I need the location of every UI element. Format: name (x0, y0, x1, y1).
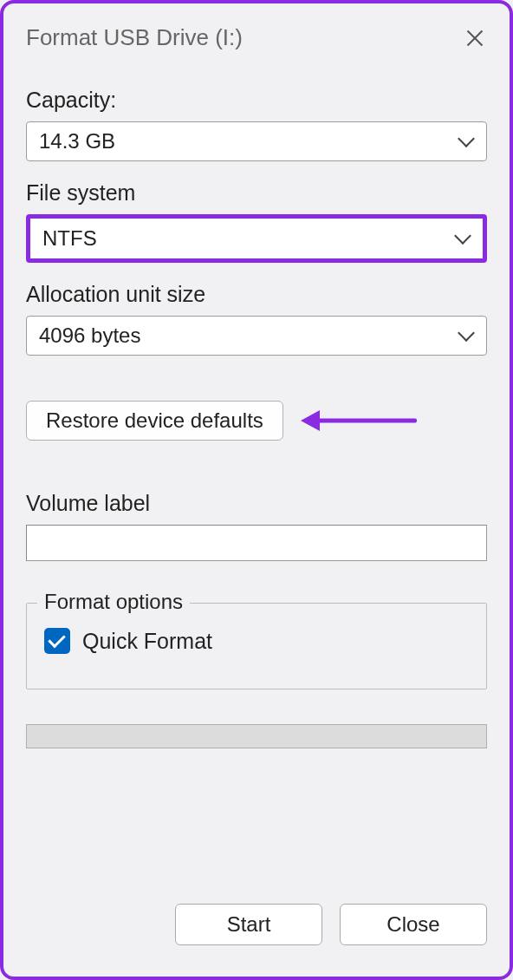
capacity-label: Capacity: (26, 88, 487, 113)
allocation-value: 4096 bytes (39, 323, 140, 348)
restore-defaults-button[interactable]: Restore device defaults (26, 401, 283, 441)
filesystem-label: File system (26, 180, 487, 206)
titlebar: Format USB Drive (I:) (26, 17, 487, 69)
capacity-value: 14.3 GB (39, 129, 115, 154)
allocation-label: Allocation unit size (26, 282, 487, 307)
filesystem-field: File system NTFS (26, 180, 487, 263)
progress-bar (26, 724, 487, 748)
quick-format-label: Quick Format (82, 629, 212, 654)
checkbox-checked-icon (44, 628, 70, 654)
filesystem-value: NTFS (42, 226, 97, 251)
volume-label-input[interactable] (26, 525, 487, 561)
volume-label: Volume label (26, 491, 487, 516)
close-icon[interactable] (463, 26, 487, 50)
allocation-select[interactable]: 4096 bytes (26, 316, 487, 356)
volume-field: Volume label (26, 491, 487, 561)
filesystem-select[interactable]: NTFS (26, 214, 487, 263)
allocation-field: Allocation unit size 4096 bytes (26, 282, 487, 356)
arrow-left-icon (304, 412, 417, 429)
format-options-legend: Format options (37, 590, 190, 614)
chevron-down-icon (458, 328, 474, 343)
capacity-field: Capacity: 14.3 GB (26, 88, 487, 161)
quick-format-checkbox-row[interactable]: Quick Format (44, 628, 469, 654)
chevron-down-icon (458, 134, 474, 149)
dialog-title: Format USB Drive (I:) (26, 24, 243, 51)
chevron-down-icon (455, 231, 471, 246)
restore-row: Restore device defaults (26, 401, 487, 441)
format-options-group: Format options Quick Format (26, 603, 487, 689)
start-button[interactable]: Start (175, 904, 322, 945)
close-button[interactable]: Close (340, 904, 487, 945)
capacity-select[interactable]: 14.3 GB (26, 121, 487, 161)
footer-buttons: Start Close (26, 904, 487, 945)
